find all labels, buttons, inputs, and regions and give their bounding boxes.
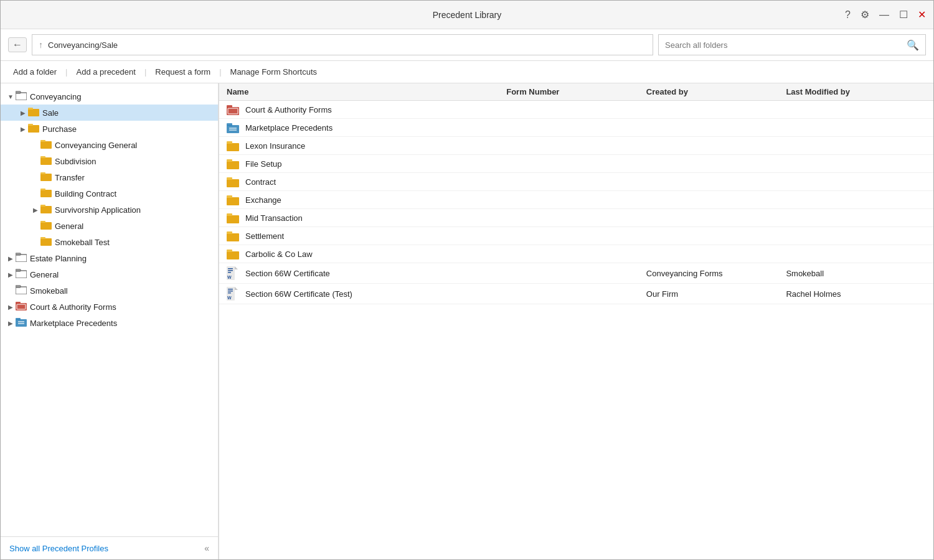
close-icon[interactable]: ✕ [918,9,926,21]
file-icon-f5 [227,176,240,187]
search-box[interactable]: 🔍 [658,34,926,55]
svg-rect-14 [40,206,52,213]
file-row-f7[interactable]: Mid Transaction [219,209,933,227]
sidebar-item-label-conveyancing-general: Conveyancing General [55,141,137,150]
svg-rect-34 [227,105,232,108]
file-list: Name Form Number Created by Last Modifie… [219,83,933,559]
svg-rect-64 [228,292,231,294]
collapse-icon[interactable]: « [204,543,209,553]
sidebar-item-conveyancing[interactable]: ▼Conveyancing [1,88,218,105]
svg-rect-19 [40,237,45,239]
sidebar-item-smokeball-test[interactable]: Smokeball Test [1,234,218,250]
svg-rect-18 [40,238,52,246]
current-path: Conveyancing/Sale [48,40,118,50]
svg-rect-52 [227,251,239,259]
file-name-text-f6: Exchange [245,195,281,205]
svg-rect-44 [227,179,239,187]
add-precedent-button[interactable]: Add a precedent [72,65,141,79]
tree-toggle-marketplace-precedents[interactable]: ▶ [6,320,16,327]
sidebar-item-survivorship-application[interactable]: ▶Survivorship Application [1,202,218,218]
toolbar-sep-2: | [144,67,146,77]
tree-toggle-survivorship-application[interactable]: ▶ [31,207,40,213]
sidebar-item-label-general: General [55,222,83,231]
sidebar-item-purchase[interactable]: ▶Purchase [1,121,218,137]
sidebar-item-label-smokeball: Smokeball [30,286,68,296]
tree-icon-survivorship-application [40,203,52,216]
file-icon-f2 [227,122,240,133]
sidebar-item-transfer[interactable]: Transfer [1,169,218,185]
svg-rect-16 [40,222,52,230]
file-name-text-f9: Carbolic & Co Law [245,250,313,259]
sidebar-item-smokeball[interactable]: Smokeball [1,282,218,299]
file-name-cell-f3: Lexon Insurance [227,140,506,151]
toolbar-sep-1: | [65,67,67,77]
tree-icon-building-contract [40,187,52,200]
show-all-profiles-link[interactable]: Show all Precedent Profiles [9,544,108,553]
file-row-f11[interactable]: WSection 66W Certificate (Test)Our FirmR… [219,284,933,304]
file-row-f10[interactable]: WSection 66W CertificateConveyancing For… [219,263,933,284]
svg-rect-41 [227,141,232,144]
tree-toggle-estate-planning[interactable]: ▶ [6,255,16,262]
tree-icon-estate-planning [16,252,27,264]
file-row-f3[interactable]: Lexon Insurance [219,137,933,155]
sidebar-item-building-contract[interactable]: Building Contract [1,185,218,202]
tree-toggle-sale[interactable]: ▶ [18,110,28,116]
col-header-form-number: Form Number [506,87,646,96]
sidebar-item-conveyancing-general[interactable]: Conveyancing General [1,137,218,153]
svg-rect-7 [40,140,45,142]
maximize-icon[interactable]: ☐ [899,9,908,21]
svg-rect-20 [16,254,27,262]
request-form-button[interactable]: Request a form [150,65,215,79]
svg-rect-43 [227,159,232,162]
add-folder-button[interactable]: Add a folder [8,65,62,79]
svg-rect-47 [227,195,232,198]
sidebar: ▼Conveyancing▶Sale▶PurchaseConveyancing … [1,83,219,559]
tree-icon-conveyancing-general [40,139,52,151]
file-name-text-f3: Lexon Insurance [245,141,305,151]
file-row-f8[interactable]: Settlement [219,227,933,245]
file-row-f6[interactable]: Exchange [219,191,933,209]
file-name-cell-f10: WSection 66W Certificate [227,266,506,280]
tree-toggle-court-authority-forms[interactable]: ▶ [6,304,16,310]
tree-icon-court-authority-forms [16,301,27,313]
search-input[interactable] [665,40,902,50]
sidebar-item-general-top[interactable]: ▶General [1,266,218,282]
svg-rect-24 [16,287,27,294]
tree-icon-marketplace-precedents [16,317,27,329]
file-name-text-f10: Section 66W Certificate [245,269,330,278]
file-name-cell-f2: Marketplace Precedents [227,122,506,133]
svg-rect-3 [28,108,33,110]
tree-toggle-conveyancing[interactable]: ▼ [6,93,16,100]
file-row-f1[interactable]: Court & Authority Forms [219,101,933,119]
sidebar-item-general[interactable]: General [1,218,218,234]
manage-shortcuts-button[interactable]: Manage Form Shortcuts [225,65,322,79]
file-row-f4[interactable]: File Setup [219,155,933,173]
sidebar-item-subdivision[interactable]: Subdivision [1,153,218,169]
back-button[interactable]: ← [8,37,27,52]
svg-rect-6 [40,141,52,149]
title-bar: Precedent Library ? ⚙ — ☐ ✕ [1,1,933,29]
sidebar-item-sale[interactable]: ▶Sale [1,105,218,121]
svg-rect-57 [228,270,233,271]
sidebar-item-label-building-contract: Building Contract [55,189,116,198]
file-row-f5[interactable]: Contract [219,173,933,191]
settings-icon[interactable]: ⚙ [861,9,869,21]
svg-rect-0 [16,93,27,100]
file-icon-f4 [227,158,240,169]
minimize-icon[interactable]: — [879,9,889,21]
svg-rect-51 [227,231,232,234]
svg-rect-10 [40,174,52,181]
sidebar-item-marketplace-precedents[interactable]: ▶Marketplace Precedents [1,315,218,331]
tree-toggle-general-top[interactable]: ▶ [6,271,16,278]
file-icon-f6 [227,194,240,205]
sidebar-item-estate-planning[interactable]: ▶Estate Planning [1,250,218,266]
tree-icon-smokeball [16,284,27,297]
file-row-f2[interactable]: Marketplace Precedents [219,119,933,137]
sidebar-footer: Show all Precedent Profiles « [1,536,218,559]
path-box[interactable]: ↑ Conveyancing/Sale [32,34,653,55]
tree-toggle-purchase[interactable]: ▶ [18,126,28,133]
sidebar-item-court-authority-forms[interactable]: ▶Court & Authority Forms [1,299,218,315]
file-row-f9[interactable]: Carbolic & Co Law [219,245,933,263]
file-list-header: Name Form Number Created by Last Modifie… [219,83,933,101]
help-icon[interactable]: ? [845,9,851,21]
